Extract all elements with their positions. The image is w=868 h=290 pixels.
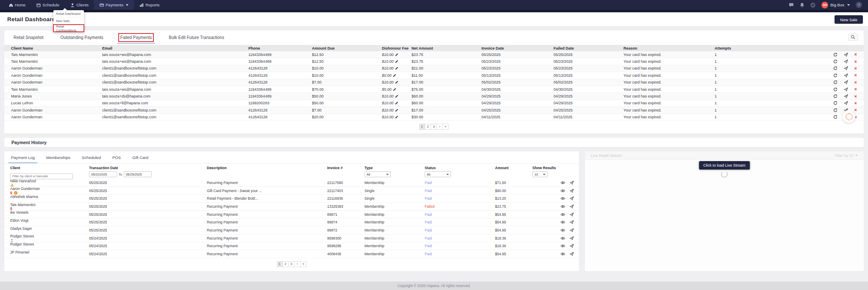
- send-icon[interactable]: [570, 236, 574, 240]
- payment-history-tab[interactable]: Scheduled: [82, 155, 101, 163]
- retail-tab[interactable]: Outstanding Payments: [61, 35, 103, 44]
- chat-icon[interactable]: [789, 3, 794, 7]
- send-icon[interactable]: [570, 204, 574, 209]
- cell-status[interactable]: Paid: [425, 189, 495, 193]
- retry-payment-icon[interactable]: [833, 73, 837, 78]
- view-eye-icon[interactable]: [560, 197, 565, 200]
- status-select[interactable]: All: [425, 171, 451, 177]
- dismiss-icon[interactable]: ×: [854, 94, 857, 99]
- cell-status[interactable]: Paid: [425, 196, 495, 201]
- edit-pencil-icon[interactable]: [395, 81, 398, 84]
- nav-item-reports[interactable]: Reports: [134, 0, 165, 10]
- page-button[interactable]: 3: [289, 261, 295, 267]
- bell-icon[interactable]: [800, 3, 804, 8]
- cell-status[interactable]: Failed: [425, 204, 495, 209]
- view-eye-icon[interactable]: [560, 252, 565, 256]
- send-icon[interactable]: [844, 59, 848, 64]
- payments-menu-item[interactable]: New Sale: [53, 17, 84, 25]
- send-icon[interactable]: [570, 228, 574, 232]
- edit-pencil-icon[interactable]: [395, 101, 398, 105]
- send-icon[interactable]: [570, 220, 574, 224]
- cell-status[interactable]: Paid: [425, 220, 495, 224]
- live-stream-filter[interactable]: Filter by 20: [835, 153, 858, 158]
- page-button[interactable]: 3: [431, 124, 437, 130]
- nav-item-schedule[interactable]: Schedule: [31, 0, 65, 10]
- new-sale-button[interactable]: New Sale: [835, 15, 863, 24]
- retry-payment-icon[interactable]: [833, 59, 837, 64]
- help-icon[interactable]: ?: [856, 2, 862, 8]
- edit-pencil-icon[interactable]: [393, 74, 396, 77]
- page-button[interactable]: ›: [437, 124, 443, 130]
- send-icon[interactable]: [570, 196, 574, 201]
- dismiss-icon[interactable]: ×: [854, 108, 857, 112]
- send-icon[interactable]: [844, 80, 848, 84]
- view-eye-icon[interactable]: [560, 181, 565, 184]
- edit-pencil-icon[interactable]: [395, 67, 398, 70]
- date-from-input[interactable]: [89, 171, 117, 177]
- payment-history-tab[interactable]: Memberships: [46, 155, 70, 163]
- page-button[interactable]: 2: [283, 261, 289, 267]
- retry-payment-icon[interactable]: [833, 87, 837, 92]
- retry-payment-icon[interactable]: [833, 66, 837, 70]
- send-icon[interactable]: [570, 181, 574, 185]
- send-icon[interactable]: [844, 101, 848, 105]
- edit-pencil-icon[interactable]: [395, 95, 398, 98]
- send-icon[interactable]: [844, 87, 848, 92]
- page-button[interactable]: 2: [425, 124, 431, 130]
- edit-pencil-icon[interactable]: [395, 60, 398, 63]
- dismiss-icon[interactable]: ×: [854, 66, 857, 71]
- view-eye-icon[interactable]: [560, 229, 565, 232]
- cell-status[interactable]: Paid: [425, 252, 495, 256]
- view-eye-icon[interactable]: [560, 244, 565, 248]
- dismiss-icon[interactable]: ×: [854, 52, 857, 57]
- send-icon[interactable]: [570, 252, 574, 256]
- cell-status[interactable]: Paid: [425, 212, 495, 217]
- cell-status[interactable]: Paid: [425, 236, 495, 240]
- dismiss-icon[interactable]: ×: [854, 87, 857, 92]
- type-select[interactable]: All: [364, 171, 391, 177]
- dismiss-icon[interactable]: ×: [854, 80, 857, 85]
- search-button[interactable]: [848, 33, 858, 41]
- retry-payment-icon[interactable]: [833, 108, 837, 112]
- view-eye-icon[interactable]: [560, 205, 565, 208]
- client-filter-input[interactable]: [10, 173, 73, 179]
- dismiss-icon[interactable]: ×: [854, 73, 857, 78]
- page-button[interactable]: ›: [295, 261, 300, 267]
- nav-item-payments[interactable]: Payments: [94, 0, 134, 10]
- payment-history-tab[interactable]: Gift Card: [132, 155, 148, 163]
- page-button[interactable]: 1: [277, 261, 283, 267]
- nav-item-clients[interactable]: Clients: [65, 0, 94, 10]
- payments-menu-item[interactable]: Retail Configurations: [53, 25, 84, 32]
- send-icon[interactable]: [570, 189, 574, 193]
- send-icon[interactable]: [570, 244, 574, 248]
- retail-tab[interactable]: Retail Snapshot: [14, 35, 44, 44]
- retry-payment-icon[interactable]: [833, 101, 837, 105]
- retail-tab[interactable]: Failed Payments: [120, 35, 152, 44]
- send-icon[interactable]: [844, 66, 848, 70]
- view-eye-icon[interactable]: [560, 220, 565, 224]
- send-icon[interactable]: [844, 53, 848, 57]
- send-icon[interactable]: [844, 73, 848, 78]
- cell-status[interactable]: Paid: [425, 228, 495, 232]
- retry-payment-icon[interactable]: [833, 115, 837, 119]
- edit-pencil-icon[interactable]: [395, 53, 398, 56]
- retry-payment-icon[interactable]: [833, 53, 837, 57]
- cell-status[interactable]: Paid: [425, 244, 495, 248]
- dismiss-icon[interactable]: ×: [854, 101, 857, 106]
- date-to-input[interactable]: [124, 171, 152, 177]
- edit-pencil-icon[interactable]: [395, 115, 398, 119]
- edit-pencil-icon[interactable]: [395, 109, 398, 112]
- view-eye-icon[interactable]: [560, 237, 565, 240]
- retail-tab[interactable]: Bulk Edit Future Transactions: [169, 35, 224, 44]
- payment-history-tab[interactable]: POS: [112, 155, 121, 163]
- payment-history-tab[interactable]: Payment Log: [11, 155, 35, 163]
- page-button[interactable]: »: [443, 124, 449, 130]
- show-results-select[interactable]: 10: [532, 171, 548, 177]
- clock-icon[interactable]: [810, 3, 815, 8]
- dismiss-icon[interactable]: ×: [854, 59, 857, 64]
- page-button[interactable]: »: [300, 261, 306, 267]
- view-eye-icon[interactable]: [560, 213, 565, 216]
- retry-payment-icon[interactable]: [833, 80, 837, 84]
- retry-payment-icon[interactable]: [833, 94, 837, 98]
- page-button[interactable]: 1: [419, 124, 425, 130]
